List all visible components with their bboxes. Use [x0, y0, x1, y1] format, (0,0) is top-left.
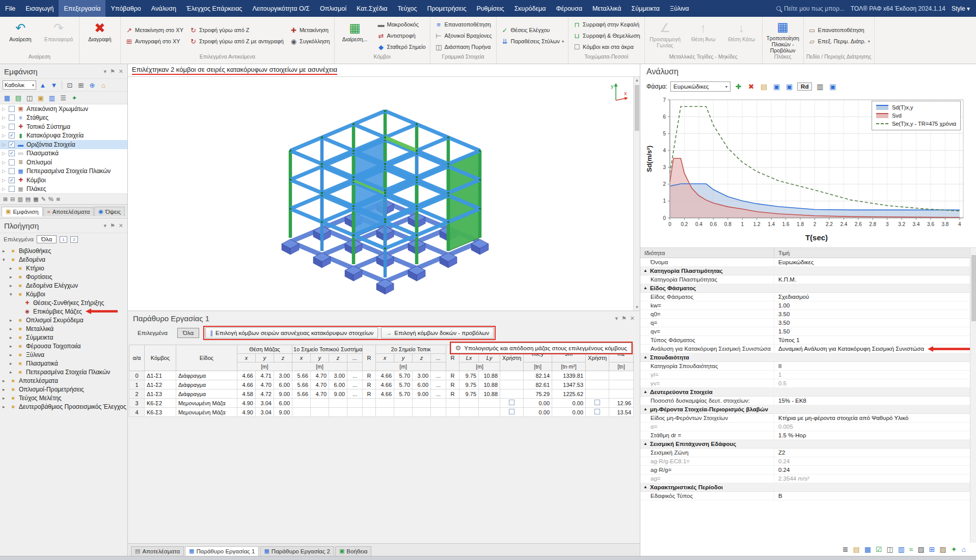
menu-item-υπόβαθρο[interactable]: Υπόβαθρο [105, 0, 146, 17]
property-τύπος-φάσματος[interactable]: Τύπος ΦάσματοςΤύπος 1 [640, 336, 976, 345]
nav-tree-item-κτήριο[interactable]: ▸■Κτήριο [0, 264, 127, 272]
status-tool-icon-5[interactable]: ◫ [886, 545, 893, 553]
nav-tree-item-οπλισμοί-σκυρόδεμα[interactable]: ▸■Οπλισμοί Σκυρόδεμα [0, 316, 127, 324]
ribbon-button-συρραφή-θεμελίωση[interactable]: ⊔Συρραφή & Θεμελίωση [571, 31, 642, 41]
open-folder-icon[interactable]: ▤ [759, 82, 769, 91]
zoom-extents-icon[interactable]: ⊞ [76, 81, 86, 89]
checkbox[interactable] [9, 106, 15, 112]
property-σεισμική-ζώνη[interactable]: Σεισμική ΖώνηZ2 [640, 449, 976, 457]
expander-icon[interactable]: ▸ [10, 266, 16, 271]
expander-icon[interactable]: ▸ [3, 378, 9, 383]
status-tool-icon-12[interactable]: ⌂ [962, 545, 966, 553]
property-είδος-φάσματος[interactable]: Είδος ΦάσματοςΣχεδιασμού [640, 293, 976, 301]
menu-item-λειτουργικότητα-ο-σ[interactable]: Λειτουργικότητα Ο/Σ [247, 0, 315, 17]
display-tool-icon-5[interactable]: ▦ [33, 196, 38, 203]
checkbox[interactable] [9, 159, 15, 165]
checkbox[interactable] [594, 400, 600, 405]
checkbox[interactable] [594, 409, 600, 414]
table-row[interactable]: 4Κ6-Σ3Μεμονωμένη Μάζα4.903.049.000.000.0… [129, 408, 634, 417]
expander-icon[interactable]: ▷ [2, 124, 9, 129]
render-mode-icon[interactable]: ▤ [14, 94, 23, 102]
status-tool-icon-9[interactable]: ⊞ [929, 545, 935, 553]
property-q0[interactable]: q0=3.50 [640, 310, 976, 319]
menu-item-έλεγχος-επάρκειας[interactable]: Έλεγχος Επάρκειας [181, 0, 248, 17]
copy-icon[interactable]: ▥ [815, 82, 825, 91]
checkbox[interactable] [509, 400, 514, 405]
expander-icon[interactable]: ▸ [10, 344, 16, 349]
style-menu[interactable]: Style ▾ [952, 5, 970, 12]
ribbon-button-σταθερό-σημείο[interactable]: ◆Σταθερό Σημείο [375, 42, 427, 52]
nav-tree-item-αποτελέσματα[interactable]: ▸■Αποτελέσματα [0, 376, 127, 385]
export-icon[interactable]: ▣ [828, 82, 837, 91]
status-tool-icon-4[interactable]: ☑ [876, 545, 882, 553]
rd-button[interactable]: Rd [797, 82, 812, 91]
expander-icon[interactable]: ▷ [2, 186, 9, 191]
ribbon-button-θέσεις-ελέγχου[interactable]: ✓Θέσεις Ελέγχου [499, 25, 566, 35]
window-1-icon[interactable]: 1 [60, 236, 67, 243]
menu-item-ρυθμίσεις[interactable]: Ρυθμίσεις [471, 0, 509, 17]
ribbon-button-θέση-άνω[interactable]: ↑Θέση Άνω [686, 19, 721, 52]
menu-item-επεξεργασία[interactable]: Επεξεργασία [59, 0, 105, 17]
property-q[interactable]: q=3.50 [640, 319, 976, 327]
list-view-icon[interactable]: ☰ [59, 94, 68, 102]
chevron-down-icon[interactable]: ▾ [615, 315, 618, 322]
property-στάθμη-dr[interactable]: Στάθμη dr =1.5 %·Hορ [640, 431, 976, 440]
nav-tree-item-δευτεροβάθμιος-προσεισμικός-έλεγχος[interactable]: ▸■Δευτεροβάθμιος Προσεισμικός Έλεγχος [0, 402, 127, 411]
property-είδος-μη-φερόντων-στοιχείων[interactable]: Είδος μη-Φερόντων ΣτοιχείωνΚτήρια με μη-… [640, 414, 976, 423]
ribbon-button-διαίρεση[interactable]: ▦Διαίρεση... [337, 19, 373, 52]
close-icon[interactable]: ✕ [119, 222, 123, 229]
expander-icon[interactable]: ▸ [3, 248, 9, 254]
menu-item-μεταλλικά[interactable]: Μεταλλικά [587, 0, 627, 17]
display-tree-item-πεπερασμένα-στοιχεία-πλακών[interactable]: ▷▦Πεπερασμένα Στοιχεία Πλακών [0, 167, 127, 176]
property-kw[interactable]: kw=1.00 [640, 301, 976, 310]
tab-εμφάνιση[interactable]: ▣Εμφάνιση [2, 207, 43, 216]
ribbon-button-διαγραφή[interactable]: ✖Διαγραφή [82, 19, 118, 52]
display-tool-icon-2[interactable]: ⊟ [10, 196, 15, 203]
menu-item-εισαγωγή[interactable]: Εισαγωγή [20, 0, 59, 17]
expander-icon[interactable]: ▷ [2, 106, 9, 111]
status-tool-icon-1[interactable]: ≣ [843, 545, 849, 553]
expander-icon[interactable]: ▷ [2, 178, 9, 183]
display-tree-item-πλάκες[interactable]: ▷▦Πλάκες [0, 185, 127, 194]
ribbon-button-μακροδοκός[interactable]: ▬Μακροδοκός [375, 19, 427, 30]
ribbon-button-αξονικοί-βραχίονες[interactable]: ⊢Αξονικοί Βραχίονες [433, 31, 494, 41]
checkbox[interactable]: ✓ [9, 177, 15, 183]
table-cell[interactable] [500, 408, 524, 417]
status-tool-icon-2[interactable]: ▤ [853, 545, 859, 553]
ribbon-button-μετακίνηση-στο-xy[interactable]: ↗Μετακίνηση στο XY [123, 25, 185, 35]
table-cell[interactable] [586, 399, 609, 408]
nav-tree-item-φέρουσα-τοιχοποιία[interactable]: ▸■Φέρουσα Τοιχοποιία [0, 342, 127, 350]
display-tool-icon-6[interactable]: ✎ [41, 196, 46, 203]
shaded-icon[interactable]: ▣ [36, 94, 45, 102]
status-tool-icon-10[interactable]: ▨ [940, 545, 946, 553]
nav-tree-item-τεύχος-μελέτης[interactable]: ▸■Τεύχος Μελέτης [0, 394, 127, 402]
ribbon-button-στροφή-γύρω-από-z[interactable]: ↻Στροφή γύρω από Z [187, 25, 285, 35]
expander-icon[interactable]: ▸ [10, 352, 16, 357]
display-tree-item-πλασματικά[interactable]: ▷✓▭Πλασματικά [0, 149, 127, 158]
property-section-χαρακτηριστικές-περίοδοι[interactable]: ▲Χαρακτηριστικές Περίοδοι [640, 483, 976, 492]
expander-icon[interactable]: ▾ [3, 257, 9, 262]
tab-παράθυρο-εργασίας-2[interactable]: ▦Παράθυρο Εργασίας 2 [260, 546, 334, 556]
chevron-down-icon[interactable]: ▾ [103, 222, 106, 229]
nav-tree-item-θέσεις-συνθήκες-στήριξης[interactable]: ✚Θέσεις-Συνθήκες Στήριξης [0, 298, 127, 307]
status-tool-icon-8[interactable]: ▧ [918, 545, 925, 553]
table-row[interactable]: 0Δ1-Σ1Διάφραγμα4.664.713.005.664.703.00.… [129, 371, 634, 380]
home-view-icon[interactable]: ⌂ [99, 81, 108, 89]
property-α[interactable]: α=0.005 [640, 423, 976, 431]
layers-icon[interactable]: ▥ [47, 94, 57, 102]
pin-icon[interactable]: ⚑ [110, 68, 115, 75]
nav-tree-item-σύμμεικτα[interactable]: ▸■Σύμμεικτα [0, 333, 127, 342]
nav-tree-item-δεδομένα[interactable]: ▾■Δεδομένα [0, 255, 127, 264]
display-tool-icon-7[interactable]: % [48, 196, 53, 202]
ribbon-button-θέση-κάτω[interactable]: ↓Θέση Κάτω [724, 19, 760, 52]
expander-icon[interactable]: ▸ [10, 283, 16, 288]
checkbox[interactable]: ✓ [9, 150, 15, 156]
nav-tree-item-βιβλιοθήκες[interactable]: ▸■Βιβλιοθήκες [0, 246, 127, 255]
wireframe-icon[interactable]: ◫ [25, 94, 34, 102]
menu-item-οπλισμοί[interactable]: Οπλισμοί [315, 0, 351, 17]
add-spectrum-icon[interactable]: ✚ [734, 82, 743, 91]
property-qv[interactable]: qv=1.50 [640, 327, 976, 336]
checkbox[interactable] [9, 186, 15, 192]
expander-icon[interactable]: ▸ [3, 387, 9, 392]
expander-icon[interactable]: ▸ [10, 335, 16, 340]
